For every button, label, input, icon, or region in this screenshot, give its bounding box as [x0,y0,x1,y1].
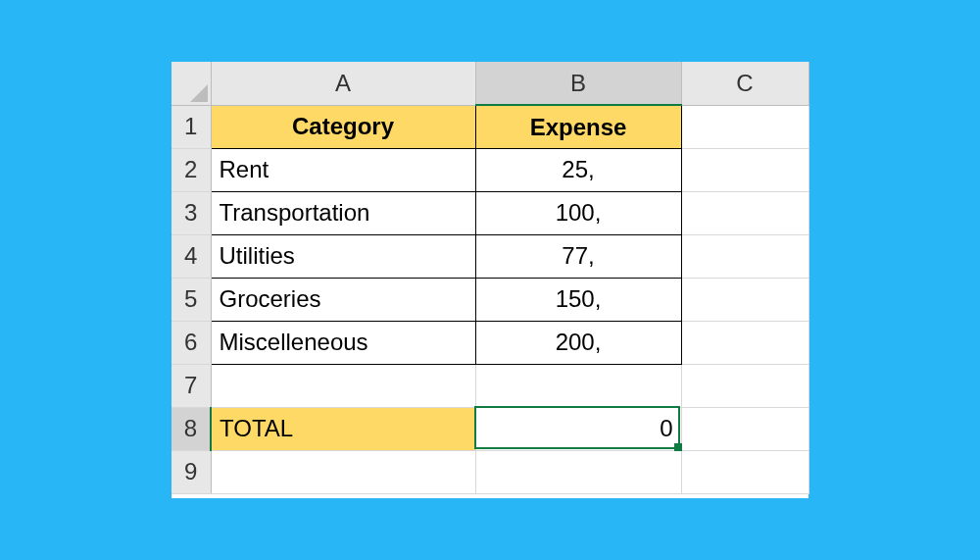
svg-marker-0 [190,84,208,102]
cell-c2[interactable] [681,148,808,191]
row-header-6[interactable]: 6 [172,321,211,364]
cell-a7[interactable] [211,364,475,407]
row-header-9[interactable]: 9 [172,450,211,493]
cell-c3[interactable] [681,191,808,234]
cell-a1[interactable]: Category [211,105,475,148]
cell-a5[interactable]: Groceries [211,278,475,321]
cell-a6[interactable]: Miscelleneous [211,321,475,364]
cell-b5[interactable]: 150, [475,278,681,321]
cell-b4[interactable]: 77, [475,234,681,278]
select-all-icon [190,84,208,102]
cell-c1[interactable] [681,105,808,148]
row-header-8[interactable]: 8 [172,407,211,450]
grid: A B C 1 Category Expense 2 Rent 25, 3 Tr… [172,62,809,494]
cell-b2[interactable]: 25, [475,148,681,191]
cell-c4[interactable] [681,234,808,278]
col-header-a[interactable]: A [211,62,475,105]
cell-a8[interactable]: TOTAL [211,407,475,450]
cell-c9[interactable] [681,450,808,493]
row-header-5[interactable]: 5 [172,278,211,321]
cell-b9[interactable] [475,450,681,493]
cell-a2[interactable]: Rent [211,148,475,191]
row-header-7[interactable]: 7 [172,364,211,407]
cell-c6[interactable] [681,321,808,364]
cell-b1[interactable]: Expense [475,105,681,148]
col-header-c[interactable]: C [681,62,808,105]
cell-c5[interactable] [681,278,808,321]
spreadsheet[interactable]: A B C 1 Category Expense 2 Rent 25, 3 Tr… [172,62,808,498]
cell-b3[interactable]: 100, [475,191,681,234]
row-header-1[interactable]: 1 [172,105,211,148]
row-header-3[interactable]: 3 [172,191,211,234]
cell-c7[interactable] [681,364,808,407]
cell-a4[interactable]: Utilities [211,234,475,278]
select-all-corner[interactable] [172,62,211,105]
row-header-4[interactable]: 4 [172,234,211,278]
cell-c8[interactable] [681,407,808,450]
col-header-b[interactable]: B [475,62,681,105]
cell-a9[interactable] [211,450,475,493]
cell-a3[interactable]: Transportation [211,191,475,234]
cell-b8[interactable]: 0 [475,407,681,450]
cell-b7[interactable] [475,364,681,407]
cell-b6[interactable]: 200, [475,321,681,364]
row-header-2[interactable]: 2 [172,148,211,191]
